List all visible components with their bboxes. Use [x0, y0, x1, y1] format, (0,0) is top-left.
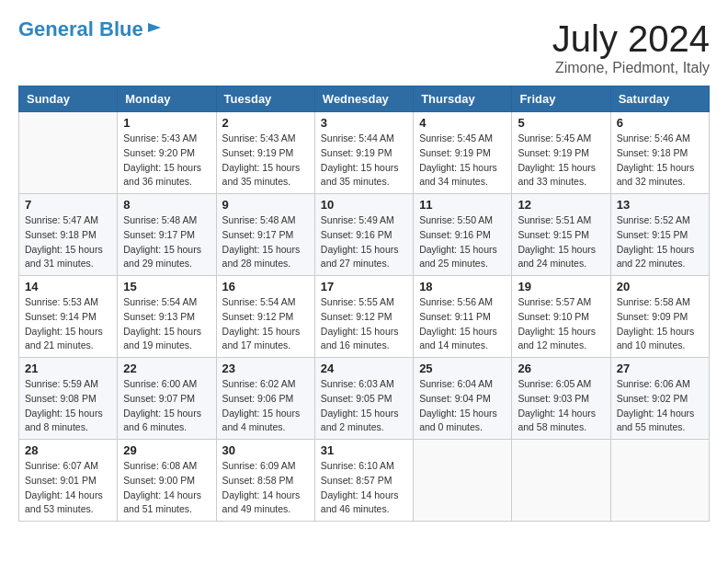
day-info: Sunrise: 6:02 AMSunset: 9:06 PMDaylight:… [222, 377, 309, 435]
day-number: 20 [617, 280, 703, 293]
page-header: General Blue July 2024 Zimone, Piedmont,… [18, 18, 710, 76]
calendar-header-row: SundayMondayTuesdayWednesdayThursdayFrid… [19, 86, 710, 112]
day-number: 21 [25, 362, 111, 375]
calendar-cell: 8Sunrise: 5:48 AMSunset: 9:17 PMDaylight… [118, 194, 216, 276]
day-number: 7 [25, 198, 111, 212]
calendar-cell: 31Sunrise: 6:10 AMSunset: 8:57 PMDayligh… [314, 440, 413, 522]
subtitle: Zimone, Piedmont, Italy [552, 60, 710, 76]
day-number: 25 [419, 362, 506, 375]
logo: General Blue [18, 18, 163, 40]
day-info: Sunrise: 5:45 AMSunset: 9:19 PMDaylight:… [518, 132, 604, 190]
calendar-week-4: 21Sunrise: 5:59 AMSunset: 9:08 PMDayligh… [19, 358, 710, 440]
weekday-header-sunday: Sunday [19, 86, 118, 112]
day-number: 28 [25, 443, 111, 457]
calendar-body: 1Sunrise: 5:43 AMSunset: 9:20 PMDaylight… [19, 112, 710, 522]
day-info: Sunrise: 5:46 AMSunset: 9:18 PMDaylight:… [617, 132, 703, 190]
day-info: Sunrise: 6:05 AMSunset: 9:03 PMDaylight:… [518, 377, 604, 435]
day-info: Sunrise: 5:43 AMSunset: 9:20 PMDaylight:… [123, 132, 210, 190]
day-number: 31 [321, 443, 407, 457]
calendar-cell: 10Sunrise: 5:49 AMSunset: 9:16 PMDayligh… [314, 194, 413, 276]
calendar-week-5: 28Sunrise: 6:07 AMSunset: 9:01 PMDayligh… [19, 440, 710, 522]
day-number: 27 [617, 362, 703, 375]
day-info: Sunrise: 5:59 AMSunset: 9:08 PMDaylight:… [25, 377, 111, 435]
day-info: Sunrise: 5:48 AMSunset: 9:17 PMDaylight:… [222, 213, 309, 271]
day-info: Sunrise: 5:55 AMSunset: 9:12 PMDaylight:… [321, 295, 407, 353]
calendar-cell: 21Sunrise: 5:59 AMSunset: 9:08 PMDayligh… [19, 358, 118, 440]
day-info: Sunrise: 6:04 AMSunset: 9:04 PMDaylight:… [419, 377, 506, 435]
day-info: Sunrise: 5:44 AMSunset: 9:19 PMDaylight:… [321, 132, 407, 190]
day-info: Sunrise: 5:51 AMSunset: 9:15 PMDaylight:… [518, 213, 604, 271]
calendar-cell: 5Sunrise: 5:45 AMSunset: 9:19 PMDaylight… [512, 112, 610, 194]
day-info: Sunrise: 6:06 AMSunset: 9:02 PMDaylight:… [617, 377, 703, 435]
day-info: Sunrise: 5:50 AMSunset: 9:16 PMDaylight:… [419, 213, 506, 271]
calendar-cell [610, 440, 709, 522]
calendar-table: SundayMondayTuesdayWednesdayThursdayFrid… [18, 86, 710, 522]
day-number: 2 [222, 116, 309, 130]
day-info: Sunrise: 5:54 AMSunset: 9:12 PMDaylight:… [222, 295, 309, 353]
weekday-header-monday: Monday [118, 86, 216, 112]
calendar-cell [512, 440, 610, 522]
calendar-cell: 3Sunrise: 5:44 AMSunset: 9:19 PMDaylight… [314, 112, 413, 194]
calendar-cell: 17Sunrise: 5:55 AMSunset: 9:12 PMDayligh… [314, 276, 413, 358]
main-title: July 2024 [552, 18, 710, 60]
day-number: 22 [123, 362, 210, 375]
calendar-week-1: 1Sunrise: 5:43 AMSunset: 9:20 PMDaylight… [19, 112, 710, 194]
day-info: Sunrise: 6:00 AMSunset: 9:07 PMDaylight:… [123, 377, 210, 435]
calendar-cell: 9Sunrise: 5:48 AMSunset: 9:17 PMDaylight… [216, 194, 314, 276]
calendar-cell: 12Sunrise: 5:51 AMSunset: 9:15 PMDayligh… [512, 194, 610, 276]
day-number: 9 [222, 198, 309, 212]
weekday-header-thursday: Thursday [414, 86, 512, 112]
day-number: 6 [617, 116, 703, 130]
calendar-cell: 22Sunrise: 6:00 AMSunset: 9:07 PMDayligh… [118, 358, 216, 440]
calendar-cell: 19Sunrise: 5:57 AMSunset: 9:10 PMDayligh… [512, 276, 610, 358]
day-info: Sunrise: 5:56 AMSunset: 9:11 PMDaylight:… [419, 295, 506, 353]
logo-text: General Blue [18, 18, 143, 40]
day-info: Sunrise: 5:45 AMSunset: 9:19 PMDaylight:… [419, 132, 506, 190]
calendar-cell: 11Sunrise: 5:50 AMSunset: 9:16 PMDayligh… [414, 194, 512, 276]
weekday-header-saturday: Saturday [610, 86, 709, 112]
day-info: Sunrise: 6:07 AMSunset: 9:01 PMDaylight:… [25, 459, 111, 517]
calendar-cell: 23Sunrise: 6:02 AMSunset: 9:06 PMDayligh… [216, 358, 314, 440]
calendar-cell: 26Sunrise: 6:05 AMSunset: 9:03 PMDayligh… [512, 358, 610, 440]
day-number: 16 [222, 280, 309, 293]
day-info: Sunrise: 6:08 AMSunset: 9:00 PMDaylight:… [123, 459, 210, 517]
day-number: 26 [518, 362, 604, 375]
day-info: Sunrise: 5:43 AMSunset: 9:19 PMDaylight:… [222, 132, 309, 190]
svg-marker-0 [148, 23, 161, 32]
calendar-week-2: 7Sunrise: 5:47 AMSunset: 9:18 PMDaylight… [19, 194, 710, 276]
day-info: Sunrise: 5:54 AMSunset: 9:13 PMDaylight:… [123, 295, 210, 353]
day-number: 18 [419, 280, 506, 293]
day-info: Sunrise: 5:52 AMSunset: 9:15 PMDaylight:… [617, 213, 703, 271]
calendar-cell: 2Sunrise: 5:43 AMSunset: 9:19 PMDaylight… [216, 112, 314, 194]
calendar-cell: 20Sunrise: 5:58 AMSunset: 9:09 PMDayligh… [610, 276, 709, 358]
day-number: 5 [518, 116, 604, 130]
day-info: Sunrise: 5:58 AMSunset: 9:09 PMDaylight:… [617, 295, 703, 353]
calendar-cell: 1Sunrise: 5:43 AMSunset: 9:20 PMDaylight… [118, 112, 216, 194]
calendar-cell: 18Sunrise: 5:56 AMSunset: 9:11 PMDayligh… [414, 276, 512, 358]
calendar-cell: 30Sunrise: 6:09 AMSunset: 8:58 PMDayligh… [216, 440, 314, 522]
calendar-cell [19, 112, 118, 194]
day-number: 12 [518, 198, 604, 212]
calendar-cell [414, 440, 512, 522]
calendar-cell: 28Sunrise: 6:07 AMSunset: 9:01 PMDayligh… [19, 440, 118, 522]
day-info: Sunrise: 5:57 AMSunset: 9:10 PMDaylight:… [518, 295, 604, 353]
calendar-cell: 24Sunrise: 6:03 AMSunset: 9:05 PMDayligh… [314, 358, 413, 440]
calendar-cell: 27Sunrise: 6:06 AMSunset: 9:02 PMDayligh… [610, 358, 709, 440]
calendar-cell: 7Sunrise: 5:47 AMSunset: 9:18 PMDaylight… [19, 194, 118, 276]
calendar-week-3: 14Sunrise: 5:53 AMSunset: 9:14 PMDayligh… [19, 276, 710, 358]
day-number: 24 [321, 362, 407, 375]
calendar-cell: 25Sunrise: 6:04 AMSunset: 9:04 PMDayligh… [414, 358, 512, 440]
day-number: 23 [222, 362, 309, 375]
day-number: 1 [123, 116, 210, 130]
title-section: July 2024 Zimone, Piedmont, Italy [552, 18, 710, 76]
day-number: 30 [222, 443, 309, 457]
logo-arrow-icon [146, 19, 163, 36]
day-number: 3 [321, 116, 407, 130]
day-info: Sunrise: 5:49 AMSunset: 9:16 PMDaylight:… [321, 213, 407, 271]
day-number: 8 [123, 198, 210, 212]
calendar-cell: 14Sunrise: 5:53 AMSunset: 9:14 PMDayligh… [19, 276, 118, 358]
day-number: 11 [419, 198, 506, 212]
day-number: 4 [419, 116, 506, 130]
calendar-cell: 15Sunrise: 5:54 AMSunset: 9:13 PMDayligh… [118, 276, 216, 358]
day-number: 15 [123, 280, 210, 293]
